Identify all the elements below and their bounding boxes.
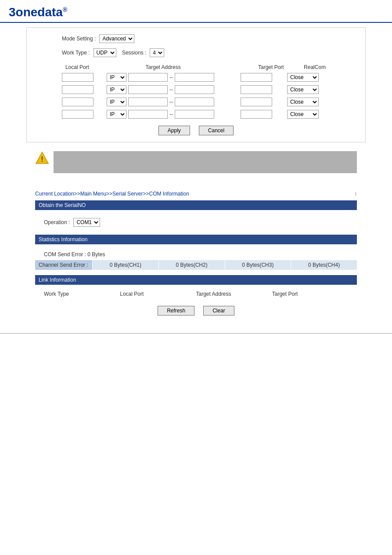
operation-row: Operation : COM1 COM2 COM3 COM4 bbox=[35, 214, 357, 230]
warning-area: ! bbox=[0, 147, 392, 178]
table-row: 30003 IP 192.168.0.254 -- 192.168.0.254 … bbox=[62, 110, 330, 119]
top-section: Mode Setting : Advanced Basic Work Type … bbox=[26, 27, 366, 142]
realcom-0[interactable]: Close bbox=[287, 73, 319, 82]
link-col-worktype: Work Type bbox=[44, 291, 120, 297]
target-group-3: IP 192.168.0.254 -- 192.168.0.254 bbox=[107, 110, 214, 119]
table-headers: Local Port Target Address Target Port Re… bbox=[62, 64, 330, 70]
realcom-3[interactable]: Close bbox=[287, 110, 319, 119]
link-col-localport: Local Port bbox=[120, 291, 196, 297]
target-ip1-3[interactable]: 192.168.0.254 bbox=[128, 110, 168, 119]
col-target-address-header: Target Address bbox=[106, 64, 221, 70]
table-row: 30001 IP 192.168.0.254 -- 192.168.0.254 … bbox=[62, 85, 330, 94]
mode-row: Mode Setting : Advanced Basic bbox=[62, 34, 330, 43]
channel-row: Channel Send Error : 0 Bytes(CH1) 0 Byte… bbox=[35, 260, 357, 270]
target-ip1-2[interactable]: 192.168.0.254 bbox=[128, 98, 168, 106]
breadcrumb: Current Location>>Main Menu>>Serial Serv… bbox=[35, 191, 357, 197]
target-ip2-2[interactable]: 192.168.0.254 bbox=[175, 98, 214, 106]
targetport-0[interactable]: 31000 bbox=[241, 73, 272, 82]
clear-button[interactable]: Clear bbox=[203, 306, 234, 316]
target-ip1-1[interactable]: 192.168.0.254 bbox=[128, 85, 168, 94]
col-targetport-header: Target Port bbox=[255, 64, 286, 70]
work-row: Work Type : UDP TCP Sessions : 1 2 3 4 bbox=[62, 48, 330, 57]
targetport-1[interactable]: 31001 bbox=[241, 85, 272, 94]
table-row: 30000 IP 192.168.0.254 -- 192.168.0.254 … bbox=[62, 73, 330, 82]
localport-2[interactable]: 30002 bbox=[62, 98, 94, 106]
targetport-3[interactable]: 31003 bbox=[241, 110, 272, 119]
target-type-3[interactable]: IP bbox=[107, 110, 126, 119]
channel-ch1: 0 Bytes(CH1) bbox=[92, 260, 158, 270]
apply-button[interactable]: Apply bbox=[158, 126, 190, 135]
col-localport-header: Local Port bbox=[62, 64, 93, 70]
target-ip2-0[interactable]: 192.168.0.254 bbox=[175, 73, 214, 82]
link-headers: Work Type Local Port Target Address Targ… bbox=[35, 289, 357, 299]
header: 3onedata® bbox=[0, 0, 392, 23]
sessions-select[interactable]: 1 2 3 4 bbox=[150, 48, 164, 57]
operation-select[interactable]: COM1 COM2 COM3 COM4 bbox=[73, 218, 100, 227]
target-group-2: IP 192.168.0.254 -- 192.168.0.254 bbox=[107, 98, 214, 106]
operation-label: Operation : bbox=[44, 219, 70, 225]
mode-select[interactable]: Advanced Basic bbox=[99, 34, 134, 43]
sessions-label: Sessions : bbox=[122, 50, 146, 56]
link-col-targetaddr: Target Address bbox=[196, 291, 272, 297]
localport-3[interactable]: 30003 bbox=[62, 110, 94, 119]
work-type-select[interactable]: UDP TCP bbox=[94, 48, 116, 57]
section-stats-header: Statistics Information bbox=[35, 235, 357, 244]
link-col-targetport: Target Port bbox=[272, 291, 348, 297]
target-group-0: IP 192.168.0.254 -- 192.168.0.254 bbox=[107, 73, 214, 82]
channel-ch2: 0 Bytes(CH2) bbox=[158, 260, 225, 270]
channel-send-error-label: Channel Send Error : bbox=[35, 260, 92, 270]
target-type-2[interactable]: IP bbox=[107, 98, 126, 106]
section-serialno-header: Obtain the SerialNO bbox=[35, 200, 357, 210]
target-ip1-0[interactable]: 192.168.0.254 bbox=[128, 73, 168, 82]
logo: 3onedata® bbox=[9, 5, 67, 19]
target-group-1: IP 192.168.0.254 -- 192.168.0.254 bbox=[107, 85, 214, 94]
logo-sup: ® bbox=[63, 6, 67, 13]
target-type-1[interactable]: IP bbox=[107, 85, 126, 94]
work-type-label: Work Type : bbox=[62, 50, 90, 56]
breadcrumb-text: Current Location>>Main Menu>>Serial Serv… bbox=[35, 191, 189, 197]
table-row: 30002 IP 192.168.0.254 -- 192.168.0.254 … bbox=[62, 98, 330, 106]
localport-0[interactable]: 30000 bbox=[62, 73, 94, 82]
targetport-2[interactable]: 31002 bbox=[241, 98, 272, 106]
cancel-button[interactable]: Cancel bbox=[199, 126, 234, 135]
warning-icon: ! bbox=[35, 151, 49, 165]
refresh-button[interactable]: Refresh bbox=[158, 306, 194, 316]
com-send-error: COM Send Error : 0 Bytes bbox=[35, 249, 357, 260]
realcom-2[interactable]: Close bbox=[287, 98, 319, 106]
realcom-1[interactable]: Close bbox=[287, 85, 319, 94]
bottom-section: Current Location>>Main Menu>>Serial Serv… bbox=[0, 186, 392, 320]
action-buttons: Apply Cancel bbox=[62, 126, 330, 135]
target-ip2-1[interactable]: 192.168.0.254 bbox=[175, 85, 214, 94]
target-ip2-3[interactable]: 192.168.0.254 bbox=[175, 110, 214, 119]
col-realcom-header: RealCom bbox=[299, 64, 330, 70]
section-link-header: Link Information bbox=[35, 275, 357, 285]
target-type-0[interactable]: IP bbox=[107, 73, 126, 82]
bottom-action-buttons: Refresh Clear bbox=[35, 306, 357, 316]
mode-label: Mode Setting : bbox=[62, 36, 96, 42]
channel-ch3: 0 Bytes(CH3) bbox=[225, 260, 291, 270]
localport-1[interactable]: 30001 bbox=[62, 85, 94, 94]
svg-text:!: ! bbox=[41, 156, 43, 163]
logo-text: 3onedata bbox=[9, 5, 63, 19]
breadcrumb-scroll: ↕ bbox=[354, 191, 357, 197]
channel-ch4: 0 Bytes(CH4) bbox=[291, 260, 357, 270]
warning-message-box bbox=[54, 151, 357, 173]
